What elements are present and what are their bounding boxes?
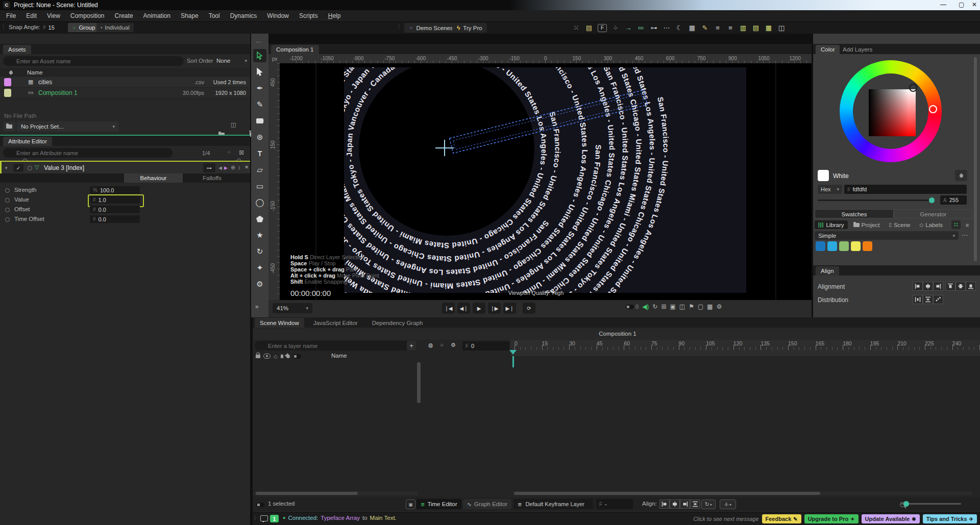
tab-align[interactable]: Align	[816, 266, 839, 276]
monitor-icon[interactable]: ◫	[776, 23, 787, 33]
enabled-checkbox[interactable]: ✓	[13, 164, 23, 172]
sv-marker[interactable]	[909, 84, 917, 92]
tab-dependency-graph[interactable]: Dependency Graph	[367, 318, 428, 328]
close-button[interactable]: ✕	[972, 1, 977, 8]
next-frame-button[interactable]: ❘▶	[488, 303, 501, 314]
sort-order-select[interactable]: None ▾	[216, 56, 247, 65]
attribute-search-input[interactable]	[3, 148, 173, 158]
panel-scrollbar[interactable]	[974, 57, 977, 261]
null-filter-icon[interactable]: ◍	[428, 342, 433, 348]
kf-align-left-button[interactable]	[659, 499, 670, 509]
direct-select-tool[interactable]	[253, 65, 266, 79]
tab-generator[interactable]: Generator	[894, 209, 973, 218]
toolbar-drag-handle-2[interactable]: ⁞	[398, 23, 400, 30]
tab-swatches[interactable]: Swatches	[815, 209, 894, 218]
camera-tool[interactable]	[253, 114, 266, 128]
feedback-button[interactable]: Feedback✎	[762, 514, 801, 523]
keyframe-radio[interactable]	[5, 217, 10, 222]
zoom-level-select[interactable]: 41% ▾	[273, 303, 312, 313]
tab-composition-1[interactable]: Composition 1	[271, 45, 319, 54]
sparkle-tool[interactable]: ✦	[253, 261, 266, 274]
color-swatch[interactable]	[827, 241, 837, 251]
pencil-tool[interactable]: ✎	[253, 98, 266, 111]
justify-bottom-icon[interactable]: ≡	[725, 23, 736, 33]
text-tool[interactable]: T	[253, 147, 266, 160]
distribute-scatter-button[interactable]	[933, 295, 943, 304]
toolbar-drag-handle[interactable]: ⁞	[3, 23, 4, 30]
settings-filter-icon[interactable]: ⚙	[451, 342, 456, 348]
rotate-icon[interactable]: ↻	[652, 303, 657, 310]
kf-distribute-button[interactable]	[690, 499, 700, 509]
hex-mode-select[interactable]: Hex▾	[818, 185, 842, 194]
go-to-end-button[interactable]: ▶❘	[503, 303, 516, 314]
align-middle-button[interactable]	[955, 282, 966, 291]
menu-item-file[interactable]: File	[1, 12, 21, 19]
flag-icon[interactable]: ⚑	[689, 303, 694, 310]
swatch-set-menu-icon[interactable]: ⋯	[962, 232, 968, 239]
menu-item-edit[interactable]: Edit	[21, 12, 42, 19]
keyframe-radio[interactable]	[5, 208, 10, 212]
skew-tool[interactable]: ▱	[253, 163, 266, 177]
asset-color-swatch[interactable]	[4, 78, 11, 86]
align-top-button[interactable]	[945, 282, 955, 291]
node-grid-icon[interactable]: ⁘	[610, 23, 621, 33]
keyframe-layer-select[interactable]: ≣ Default Keyframe Layer	[513, 499, 593, 509]
asset-search-input[interactable]	[3, 56, 184, 66]
connections-button[interactable]: ⊶	[203, 163, 215, 172]
distribute-h-button[interactable]	[913, 295, 923, 304]
ellipsis-icon[interactable]: ⋯	[661, 23, 672, 33]
layers-icon[interactable]: ▣	[670, 303, 675, 310]
close-icon[interactable]: ✕	[244, 164, 249, 170]
connector-icon[interactable]: ⊶	[648, 23, 659, 33]
rectangle-tool[interactable]: ▭	[253, 180, 266, 193]
grid-view-toggle[interactable]: ∷	[951, 220, 961, 229]
tab-graph-editor[interactable]: ∿Graph Editor	[463, 499, 511, 509]
current-frame-field[interactable]: F0	[462, 341, 509, 351]
loop-button[interactable]: ⟳	[523, 303, 535, 314]
globe-tool[interactable]: ⊛	[253, 131, 266, 144]
tips-and-tricks-button[interactable]: Tips and Tricks✈	[923, 514, 977, 523]
ellipse-tool[interactable]: ◯	[253, 196, 266, 209]
keyframe-next-icon[interactable]: ▶	[224, 165, 228, 170]
swatch-set-select[interactable]: Simple▾	[815, 231, 959, 240]
attribute-header[interactable]: ▾ ✓ ▽ Value 3 [Index] ⊶ ◀ ▶ ⊕ ↕ ✕	[0, 161, 250, 174]
snap-angle-field[interactable]: #15	[40, 23, 69, 32]
timeline-zoom-knob[interactable]	[903, 501, 909, 507]
hex-value-field[interactable]: #fdfdfd	[844, 185, 967, 194]
menu-item-animation[interactable]: Animation	[138, 12, 176, 19]
timeline-h-scrollbar[interactable]	[513, 491, 972, 495]
message-bubble-icon[interactable]	[260, 515, 268, 521]
asset-color-swatch[interactable]	[4, 89, 11, 97]
settings-tool[interactable]: ⚙	[253, 278, 266, 291]
grid-dots-icon[interactable]: ⁙	[571, 23, 582, 33]
columns-icon-1[interactable]: ▥	[738, 23, 749, 33]
try-pro-button[interactable]: ϟ Try Pro	[452, 23, 487, 33]
attribute-value-field[interactable]: #0.0	[90, 206, 140, 213]
menu-item-shape[interactable]: Shape	[176, 12, 204, 19]
alpha-slider-track[interactable]	[818, 199, 933, 201]
settings-icon[interactable]: ⚙	[717, 303, 722, 310]
justify-top-icon[interactable]: ≡	[712, 23, 723, 33]
arrow-right-icon[interactable]: →	[623, 23, 634, 33]
project-folder-button[interactable]	[3, 121, 15, 132]
audio-icon[interactable]: ◀)	[642, 303, 649, 310]
keyframe-radio[interactable]	[5, 188, 10, 193]
grid-icon[interactable]: ⊞	[661, 303, 666, 310]
status-message-link1[interactable]: Typeface Array	[321, 515, 360, 521]
upgrade-to-pro-button[interactable]: Upgrade to Pro✦	[804, 514, 859, 523]
tab-color[interactable]: Color	[816, 45, 840, 54]
swap-icon[interactable]: ↕	[238, 164, 241, 170]
pen-tool[interactable]: ✒	[253, 82, 266, 95]
playhead[interactable]	[513, 350, 517, 367]
pen-icon[interactable]: ✎	[699, 23, 710, 33]
timeline-zoom-track[interactable]	[901, 503, 961, 505]
status-hint[interactable]: Click to see next message	[693, 516, 758, 522]
menu-item-scripts[interactable]: Scripts	[294, 12, 323, 19]
layer-tree-scrollbar[interactable]	[417, 362, 421, 403]
columns-icon-2[interactable]: ▤	[750, 23, 762, 33]
layer-search-input[interactable]	[255, 341, 416, 351]
pin-icon[interactable]: ⊕	[231, 164, 235, 171]
kf-align-right-button[interactable]	[680, 499, 690, 509]
tab-falloffs[interactable]: Falloffs	[183, 173, 241, 183]
solo-radio[interactable]	[28, 166, 32, 170]
